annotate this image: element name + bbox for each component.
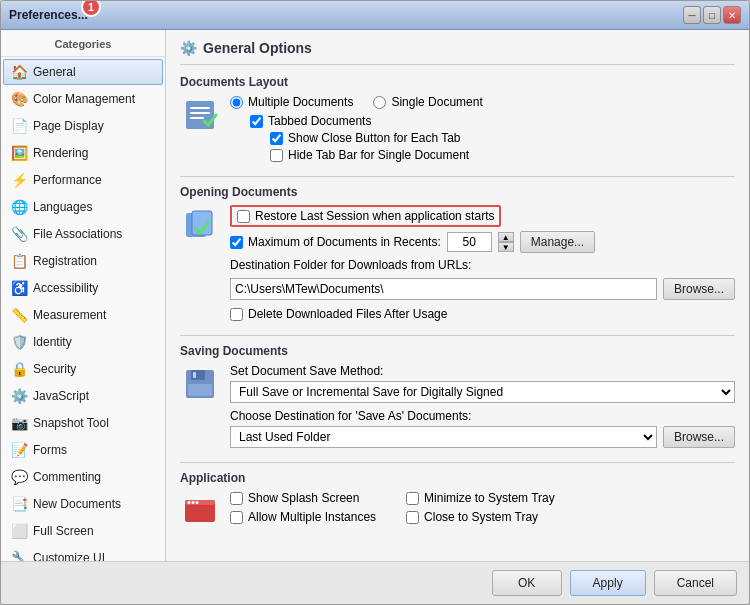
show-splash-label[interactable]: Show Splash Screen	[230, 491, 376, 505]
show-splash-checkbox[interactable]	[230, 492, 243, 505]
hide-tab-bar-label[interactable]: Hide Tab Bar for Single Document ➋	[270, 148, 735, 162]
sidebar-label-languages: Languages	[33, 200, 92, 214]
hide-tab-bar-checkbox[interactable]	[270, 149, 283, 162]
sidebar-label-identity: Identity	[33, 335, 72, 349]
browse-button[interactable]: Browse...	[663, 278, 735, 300]
dest-as-row: Last Used Folder Browse...	[230, 426, 735, 448]
application-title: Application	[180, 471, 735, 485]
svg-point-12	[188, 501, 191, 504]
close-button[interactable]: ✕	[723, 6, 741, 24]
delete-downloads-label[interactable]: Delete Downloaded Files After Usage	[230, 307, 735, 321]
multiple-documents-radio[interactable]	[230, 96, 243, 109]
multiple-documents-label[interactable]: Multiple Documents	[230, 95, 353, 109]
max-docs-up[interactable]: ▲	[498, 232, 514, 242]
save-method-select[interactable]: Full Save or Incremental Save for Digita…	[230, 381, 735, 403]
sidebar-item-file-associations[interactable]: 📎 File Associations	[3, 221, 163, 247]
sidebar-item-javascript[interactable]: ⚙️ JavaScript	[3, 383, 163, 409]
application-icon	[180, 491, 220, 531]
svg-rect-1	[190, 107, 210, 109]
sidebar-label-rendering: Rendering	[33, 146, 88, 160]
sidebar-item-measurement[interactable]: 📏 Measurement	[3, 302, 163, 328]
minimize-to-tray-checkbox[interactable]	[406, 492, 419, 505]
sidebar-item-identity[interactable]: 🛡️ Identity	[3, 329, 163, 355]
svg-rect-9	[188, 384, 212, 396]
sidebar-item-languages[interactable]: 🌐 Languages	[3, 194, 163, 220]
sidebar-label-accessibility: Accessibility	[33, 281, 98, 295]
restore-session-row: Restore Last Session when application st…	[230, 205, 735, 227]
max-docs-input[interactable]	[447, 232, 492, 252]
allow-multiple-checkbox[interactable]	[230, 511, 243, 524]
sidebar-label-performance: Performance	[33, 173, 102, 187]
single-document-label[interactable]: Single Document	[373, 95, 482, 109]
divider-1	[180, 176, 735, 177]
sidebar-item-color-management[interactable]: 🎨 Color Management	[3, 86, 163, 112]
sidebar-item-customize-ui[interactable]: 🔧 Customize UI	[3, 545, 163, 561]
ok-button[interactable]: OK	[492, 570, 562, 596]
sidebar-item-snapshot-tool[interactable]: 📷 Snapshot Tool	[3, 410, 163, 436]
close-to-tray-checkbox[interactable]	[406, 511, 419, 524]
security-icon: 🔒	[10, 360, 28, 378]
sidebar-label-measurement: Measurement	[33, 308, 106, 322]
minimize-button[interactable]: ─	[683, 6, 701, 24]
sidebar-label-security: Security	[33, 362, 76, 376]
documents-layout-section: Multiple Documents Single Document Tabbe…	[180, 95, 735, 162]
sidebar-label-page-display: Page Display	[33, 119, 104, 133]
divider-3	[180, 462, 735, 463]
dest-as-label: Choose Destination for 'Save As' Documen…	[230, 409, 735, 423]
javascript-icon: ⚙️	[10, 387, 28, 405]
sidebar-item-page-display[interactable]: 📄 Page Display	[3, 113, 163, 139]
sidebar-item-performance[interactable]: ⚡ Performance	[3, 167, 163, 193]
max-docs-spinner: ▲ ▼	[498, 232, 514, 252]
max-docs-down[interactable]: ▼	[498, 242, 514, 252]
browse-as-button[interactable]: Browse...	[663, 426, 735, 448]
sidebar-label-forms: Forms	[33, 443, 67, 457]
sidebar-item-full-screen[interactable]: ⬜ Full Screen	[3, 518, 163, 544]
layout-check-group: Tabbed Documents Show Close Button for E…	[250, 114, 735, 162]
sidebar-item-forms[interactable]: 📝 Forms	[3, 437, 163, 463]
show-close-button-checkbox[interactable]	[270, 132, 283, 145]
dest-folder-input[interactable]	[230, 278, 657, 300]
identity-icon: 🛡️	[10, 333, 28, 351]
restore-session-label[interactable]: Restore Last Session when application st…	[230, 205, 501, 227]
sidebar-label-javascript: JavaScript	[33, 389, 89, 403]
sidebar-item-registration[interactable]: 📋 Registration	[3, 248, 163, 274]
sidebar-label-snapshot-tool: Snapshot Tool	[33, 416, 109, 430]
documents-layout-content: Multiple Documents Single Document Tabbe…	[230, 95, 735, 162]
footer: OK Apply Cancel	[1, 561, 749, 604]
delete-downloads-checkbox[interactable]	[230, 308, 243, 321]
restore-session-checkbox[interactable]	[237, 210, 250, 223]
app-checks-right: Minimize to System Tray Close to System …	[406, 491, 555, 524]
sidebar-item-security[interactable]: 🔒 Security	[3, 356, 163, 382]
sidebar-item-rendering[interactable]: 🖼️ Rendering	[3, 140, 163, 166]
single-document-radio[interactable]	[373, 96, 386, 109]
minimize-to-tray-label[interactable]: Minimize to System Tray	[406, 491, 555, 505]
app-checks-left: Show Splash Screen Allow Multiple Instan…	[230, 491, 376, 524]
title-bar: Preferences... 1 ─ □ ✕	[1, 1, 749, 30]
sidebar-item-commenting[interactable]: 💬 Commenting	[3, 464, 163, 490]
measurement-icon: 📏	[10, 306, 28, 324]
save-method-label: Set Document Save Method:	[230, 364, 735, 378]
dest-as-select[interactable]: Last Used Folder	[230, 426, 657, 448]
sidebar-label-color-management: Color Management	[33, 92, 135, 106]
sidebar-item-general[interactable]: 🏠 General	[3, 59, 163, 85]
application-content: Show Splash Screen Allow Multiple Instan…	[230, 491, 735, 524]
tabbed-documents-checkbox[interactable]	[250, 115, 263, 128]
max-docs-label[interactable]: Maximum of Documents in Recents:	[230, 235, 441, 249]
manage-button[interactable]: Manage...	[520, 231, 595, 253]
show-close-button-label[interactable]: Show Close Button for Each Tab	[270, 131, 735, 145]
allow-multiple-label[interactable]: Allow Multiple Instances	[230, 510, 376, 524]
max-docs-checkbox[interactable]	[230, 236, 243, 249]
sidebar-item-accessibility[interactable]: ♿ Accessibility	[3, 275, 163, 301]
dest-folder-browse-row: Browse...	[230, 275, 735, 303]
close-to-tray-label[interactable]: Close to System Tray	[406, 510, 555, 524]
documents-layout-title: Documents Layout	[180, 75, 735, 89]
maximize-button[interactable]: □	[703, 6, 721, 24]
divider-2	[180, 335, 735, 336]
tabbed-documents-label[interactable]: Tabbed Documents	[250, 114, 735, 128]
svg-point-14	[196, 501, 199, 504]
cancel-button[interactable]: Cancel	[654, 570, 737, 596]
commenting-icon: 💬	[10, 468, 28, 486]
apply-button[interactable]: Apply	[570, 570, 646, 596]
file-associations-icon: 📎	[10, 225, 28, 243]
sidebar-item-new-documents[interactable]: 📑 New Documents	[3, 491, 163, 517]
